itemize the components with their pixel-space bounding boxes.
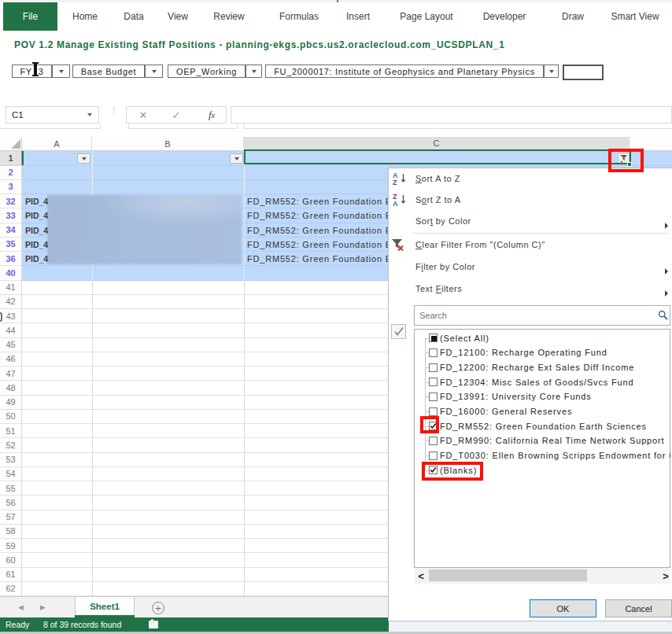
svg-text:A: A <box>393 200 398 207</box>
svg-text:Z: Z <box>393 179 397 186</box>
